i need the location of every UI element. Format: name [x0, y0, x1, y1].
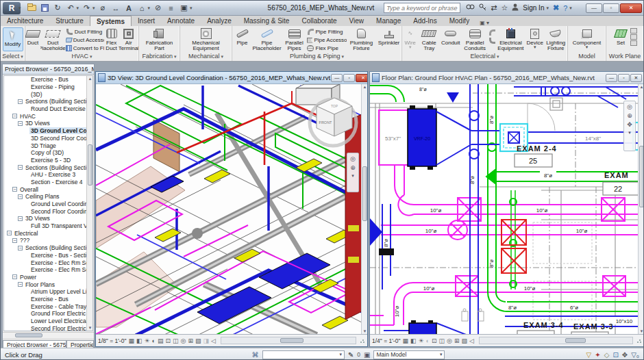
favorites-star-icon[interactable]: ☆: [501, 3, 508, 12]
minimize-button[interactable]: —: [586, 3, 602, 13]
flex-pipe-button[interactable]: Flex Pipe: [307, 44, 347, 52]
conduit-fitting-icon[interactable]: [488, 29, 496, 36]
sync-icon[interactable]: ↻: [53, 3, 63, 13]
tab-systems[interactable]: Systems: [90, 16, 132, 26]
convert-to-flex-duct-button[interactable]: Convert to Flex Duct: [66, 44, 104, 52]
flex-duct-button[interactable]: Flex Duct: [104, 27, 119, 52]
electrical-equipment-button[interactable]: Electrical Equipment: [496, 27, 525, 52]
tree-item[interactable]: Second Floor Coordin: [4, 207, 86, 215]
shadows-icon[interactable]: ◐: [426, 337, 430, 344]
show-workplane-icon[interactable]: [630, 28, 637, 34]
project-browser-titlebar[interactable]: Project Browser - 56750_2016_MEP_W... ✕: [3, 64, 94, 75]
scroll-down-icon[interactable]: ▼: [639, 329, 644, 334]
navigation-bar[interactable]: ◎ ⊕ ✥ ▾: [623, 101, 636, 151]
navbar-options-icon[interactable]: ▾: [628, 130, 631, 136]
wire-button[interactable]: ∿ Wire ▾: [402, 27, 419, 52]
workplane-panel-label[interactable]: Work Plane: [606, 52, 643, 61]
constraints-icon[interactable]: ◁: [469, 337, 474, 344]
reveal-hidden-icon[interactable]: ⊞: [188, 337, 193, 344]
tree-item[interactable]: Full 3D Transparent V: [4, 222, 86, 230]
scroll-up-icon[interactable]: ▲: [87, 76, 93, 81]
view-minimize-button[interactable]: —: [331, 74, 343, 82]
set-workplane-button[interactable]: Set: [612, 27, 630, 52]
workplane-viewer-icon[interactable]: [630, 34, 637, 40]
tab-massing-site[interactable]: Massing & Site: [238, 16, 296, 26]
plan-hscrollbar[interactable]: [479, 337, 633, 344]
undo-arrow-icon[interactable]: ▾: [77, 5, 79, 11]
tree-expander-icon[interactable]: −: [18, 282, 23, 287]
detail-level-icon[interactable]: ▦: [402, 337, 408, 344]
electrical-panel-label[interactable]: Electrical▾: [402, 52, 567, 61]
detail-level-icon[interactable]: ▦: [128, 337, 134, 344]
component-button[interactable]: Component ▾: [570, 27, 604, 52]
scroll-down-icon[interactable]: ▼: [362, 329, 367, 334]
selection-filter-icon[interactable]: ▽₀: [631, 351, 639, 359]
zoom-icon[interactable]: ⊕: [627, 112, 632, 119]
tree-expander-icon[interactable]: −: [18, 216, 23, 221]
tree-item[interactable]: Exercise - Bus: [4, 76, 86, 83]
pan-icon[interactable]: ✥: [627, 121, 632, 128]
tree-item[interactable]: −3D Views: [4, 120, 86, 127]
duct-fitting-button[interactable]: Duct Fitting: [66, 28, 104, 36]
steering-wheel-icon[interactable]: ◎: [350, 155, 356, 162]
scroll-down-icon[interactable]: ▼: [87, 325, 93, 331]
temporary-view-icon[interactable]: ▧: [195, 337, 201, 344]
view3d-canvas[interactable]: FRONT TOP ◎ ⊕ ▾ ▲ ▼: [96, 84, 367, 335]
show-crop-icon[interactable]: ◫: [173, 337, 179, 344]
save-icon[interactable]: [40, 3, 50, 13]
view3d-hscrollbar[interactable]: [221, 337, 356, 344]
tree-item[interactable]: 3D Ground Level Coo: [4, 127, 86, 135]
crop-view-icon[interactable]: ⊡: [432, 337, 437, 344]
browser-hscrollbar[interactable]: [3, 332, 94, 338]
conduit-button[interactable]: Conduit: [440, 27, 461, 52]
constraints-icon[interactable]: ◁: [211, 337, 216, 344]
analytical-model-icon[interactable]: ◨: [203, 337, 210, 344]
resize-grip[interactable]: [636, 338, 642, 344]
editable-only-icon[interactable]: ✎: [348, 351, 354, 359]
app-menu-arrow-icon[interactable]: ▾: [18, 5, 21, 11]
cable-tray-button[interactable]: Cable Tray: [419, 27, 440, 52]
duct-placeholder-button[interactable]: Duct Placeholder: [40, 27, 66, 52]
temporary-view-icon[interactable]: ▧: [461, 337, 467, 344]
tree-item[interactable]: Ground Floor Electric: [4, 310, 86, 318]
tree-item[interactable]: −Overall: [4, 185, 86, 193]
tree-expander-icon[interactable]: −: [18, 165, 23, 170]
select-panel-label[interactable]: Select▾: [1, 52, 25, 61]
tree-item[interactable]: −HVAC: [4, 112, 86, 120]
signin-arrow-icon[interactable]: ▾: [546, 5, 549, 11]
help-arrow-icon[interactable]: ▾: [569, 5, 572, 11]
tree-item[interactable]: −???: [4, 237, 86, 244]
restore-button[interactable]: ▫: [603, 3, 619, 13]
tree-expander-icon[interactable]: −: [18, 194, 23, 199]
scroll-up-icon[interactable]: ▲: [362, 84, 367, 90]
ribbon-display-toggle-icon[interactable]: ▣ ▾: [480, 20, 489, 26]
tree-item[interactable]: Exercise 5 - 3D: [4, 157, 86, 164]
tree-expander-icon[interactable]: −: [12, 187, 17, 192]
zoom-icon[interactable]: ⊕: [350, 164, 356, 171]
drag-on-selection-icon[interactable]: ✥: [622, 351, 628, 359]
tree-item[interactable]: 3D Second Floor Coo: [4, 135, 86, 142]
worksets-icon[interactable]: ⌘: [251, 351, 259, 358]
ref-plane-icon[interactable]: [630, 40, 637, 46]
measure-icon[interactable]: ⌀: [98, 3, 108, 13]
tree-item[interactable]: AHU - Exercise 3: [4, 171, 86, 179]
steering-wheel-icon[interactable]: ◎: [627, 103, 632, 110]
section-icon[interactable]: ⊘: [153, 3, 163, 13]
tree-expander-icon[interactable]: −: [12, 238, 17, 243]
scale-label[interactable]: 1/8" = 1'-0": [98, 337, 126, 344]
sun-path-icon[interactable]: ☀: [418, 337, 423, 344]
subscription-key-icon[interactable]: [479, 3, 486, 12]
close-button[interactable]: ✕: [620, 3, 642, 13]
duct-accessory-button[interactable]: Duct Accessory: [66, 36, 104, 44]
user-icon[interactable]: [512, 3, 519, 12]
plan-canvas[interactable]: 53"x7" 14"x8" 10"ø 10"ø 10"ø 10"ø 10"ø 1…: [370, 84, 644, 335]
show-crop-icon[interactable]: ◫: [439, 337, 445, 344]
scale-label[interactable]: 1/4" = 1'-0": [372, 337, 400, 344]
navigation-bar[interactable]: ◎ ⊕ ▾: [347, 153, 359, 192]
tree-item[interactable]: (3D): [4, 90, 86, 98]
tree-item[interactable]: −Sections (Building Sectio: [4, 244, 86, 252]
help-icon[interactable]: ?: [563, 4, 567, 12]
select-pinned-icon[interactable]: ⊡: [612, 351, 618, 359]
plan-titlebar[interactable]: Floor Plan: Ground Floor HVAC Plan - 567…: [370, 72, 644, 84]
design-option-dropdown[interactable]: Main Model ▾: [373, 350, 445, 359]
